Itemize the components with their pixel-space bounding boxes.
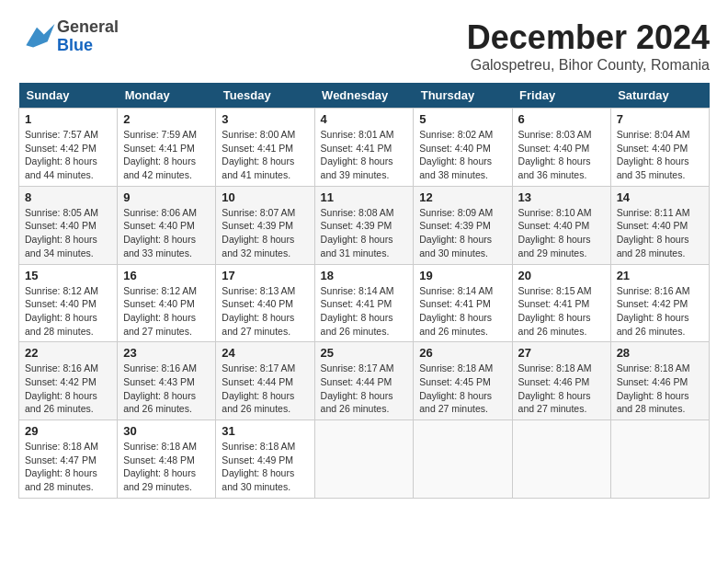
day-info: Sunrise: 8:14 AMSunset: 4:41 PMDaylight:…	[419, 284, 506, 339]
day-number: 26	[419, 346, 506, 360]
day-info: Sunrise: 7:59 AMSunset: 4:41 PMDaylight:…	[123, 128, 210, 182]
calendar-cell: 4Sunrise: 8:01 AMSunset: 4:41 PMDaylight…	[314, 109, 414, 187]
day-info: Sunrise: 8:00 AMSunset: 4:41 PMDaylight:…	[222, 128, 308, 182]
day-number: 13	[518, 190, 605, 204]
calendar-cell: 10Sunrise: 8:07 AMSunset: 4:39 PMDayligh…	[216, 186, 314, 264]
day-info: Sunrise: 8:17 AMSunset: 4:44 PMDaylight:…	[321, 362, 408, 416]
day-info: Sunrise: 8:08 AMSunset: 4:39 PMDaylight:…	[321, 206, 408, 260]
calendar-cell: 26Sunrise: 8:18 AMSunset: 4:45 PMDayligh…	[414, 342, 512, 420]
day-number: 8	[25, 190, 111, 204]
col-header-tuesday: Tuesday	[216, 83, 314, 109]
day-info: Sunrise: 8:18 AMSunset: 4:48 PMDaylight:…	[123, 440, 210, 494]
col-header-sunday: Sunday	[19, 83, 118, 109]
calendar-cell: 9Sunrise: 8:06 AMSunset: 4:40 PMDaylight…	[118, 186, 216, 264]
day-number: 18	[321, 269, 408, 282]
calendar-cell: 19Sunrise: 8:14 AMSunset: 4:41 PMDayligh…	[414, 264, 512, 342]
day-number: 1	[25, 112, 111, 126]
day-info: Sunrise: 8:07 AMSunset: 4:39 PMDaylight:…	[222, 206, 308, 260]
calendar-header-row: SundayMondayTuesdayWednesdayThursdayFrid…	[19, 83, 710, 109]
day-info: Sunrise: 8:12 AMSunset: 4:40 PMDaylight:…	[25, 284, 111, 339]
calendar-cell: 11Sunrise: 8:08 AMSunset: 4:39 PMDayligh…	[314, 186, 414, 264]
calendar-cell: 1Sunrise: 7:57 AMSunset: 4:42 PMDaylight…	[19, 109, 118, 187]
day-info: Sunrise: 8:18 AMSunset: 4:46 PMDaylight:…	[518, 362, 605, 416]
day-number: 25	[321, 346, 408, 360]
day-number: 29	[25, 424, 111, 438]
day-number: 24	[222, 346, 308, 360]
day-info: Sunrise: 8:16 AMSunset: 4:42 PMDaylight:…	[617, 284, 703, 339]
day-number: 21	[617, 269, 703, 282]
day-info: Sunrise: 8:14 AMSunset: 4:41 PMDaylight:…	[321, 284, 408, 339]
calendar-cell: 17Sunrise: 8:13 AMSunset: 4:40 PMDayligh…	[216, 264, 314, 342]
header: General Blue December 2024 Galospetreu, …	[18, 18, 710, 74]
day-number: 27	[518, 346, 605, 360]
day-info: Sunrise: 8:18 AMSunset: 4:47 PMDaylight:…	[25, 440, 111, 494]
calendar-cell: 23Sunrise: 8:16 AMSunset: 4:43 PMDayligh…	[118, 342, 216, 420]
day-number: 2	[123, 112, 210, 126]
col-header-thursday: Thursday	[414, 83, 512, 109]
calendar-week-row: 8Sunrise: 8:05 AMSunset: 4:40 PMDaylight…	[19, 186, 710, 264]
month-title: December 2024	[467, 18, 710, 57]
calendar-table: SundayMondayTuesdayWednesdayThursdayFrid…	[18, 83, 710, 499]
day-number: 7	[617, 112, 703, 126]
col-header-saturday: Saturday	[610, 83, 709, 109]
day-info: Sunrise: 8:18 AMSunset: 4:45 PMDaylight:…	[419, 362, 506, 416]
calendar-cell: 13Sunrise: 8:10 AMSunset: 4:40 PMDayligh…	[512, 186, 610, 264]
day-info: Sunrise: 8:05 AMSunset: 4:40 PMDaylight:…	[25, 206, 111, 260]
logo-general-text: General	[57, 18, 119, 37]
day-number: 17	[222, 269, 308, 282]
calendar-cell: 28Sunrise: 8:18 AMSunset: 4:46 PMDayligh…	[610, 342, 709, 420]
calendar-cell: 21Sunrise: 8:16 AMSunset: 4:42 PMDayligh…	[610, 264, 709, 342]
calendar-cell: 30Sunrise: 8:18 AMSunset: 4:48 PMDayligh…	[118, 420, 216, 499]
logo-bird-icon	[18, 20, 55, 52]
day-number: 14	[617, 190, 703, 204]
day-number: 12	[419, 190, 506, 204]
calendar-cell: 6Sunrise: 8:03 AMSunset: 4:40 PMDaylight…	[512, 109, 610, 187]
day-number: 5	[419, 112, 506, 126]
day-info: Sunrise: 8:06 AMSunset: 4:40 PMDaylight:…	[123, 206, 210, 260]
calendar-cell: 18Sunrise: 8:14 AMSunset: 4:41 PMDayligh…	[314, 264, 414, 342]
calendar-cell: 24Sunrise: 8:17 AMSunset: 4:44 PMDayligh…	[216, 342, 314, 420]
calendar-week-row: 22Sunrise: 8:16 AMSunset: 4:42 PMDayligh…	[19, 342, 710, 420]
day-info: Sunrise: 8:12 AMSunset: 4:40 PMDaylight:…	[123, 284, 210, 339]
calendar-cell: 22Sunrise: 8:16 AMSunset: 4:42 PMDayligh…	[19, 342, 118, 420]
calendar-week-row: 29Sunrise: 8:18 AMSunset: 4:47 PMDayligh…	[19, 420, 710, 499]
calendar-cell	[414, 420, 512, 499]
day-number: 22	[25, 346, 111, 360]
calendar-cell: 27Sunrise: 8:18 AMSunset: 4:46 PMDayligh…	[512, 342, 610, 420]
calendar-cell	[314, 420, 414, 499]
day-number: 3	[222, 112, 308, 126]
day-number: 23	[123, 346, 210, 360]
calendar-cell: 15Sunrise: 8:12 AMSunset: 4:40 PMDayligh…	[19, 264, 118, 342]
calendar-cell: 5Sunrise: 8:02 AMSunset: 4:40 PMDaylight…	[414, 109, 512, 187]
day-info: Sunrise: 8:18 AMSunset: 4:49 PMDaylight:…	[222, 440, 308, 494]
col-header-monday: Monday	[118, 83, 216, 109]
day-info: Sunrise: 8:11 AMSunset: 4:40 PMDaylight:…	[617, 206, 703, 260]
day-info: Sunrise: 8:04 AMSunset: 4:40 PMDaylight:…	[617, 128, 703, 182]
day-number: 4	[321, 112, 408, 126]
calendar-cell: 8Sunrise: 8:05 AMSunset: 4:40 PMDaylight…	[19, 186, 118, 264]
day-number: 19	[419, 269, 506, 282]
day-info: Sunrise: 8:13 AMSunset: 4:40 PMDaylight:…	[222, 284, 308, 339]
day-number: 30	[123, 424, 210, 438]
calendar-cell	[512, 420, 610, 499]
logo-brand: General Blue	[57, 18, 119, 55]
day-number: 6	[518, 112, 605, 126]
calendar-cell: 31Sunrise: 8:18 AMSunset: 4:49 PMDayligh…	[216, 420, 314, 499]
calendar-cell: 25Sunrise: 8:17 AMSunset: 4:44 PMDayligh…	[314, 342, 414, 420]
day-info: Sunrise: 8:10 AMSunset: 4:40 PMDaylight:…	[518, 206, 605, 260]
day-number: 10	[222, 190, 308, 204]
day-info: Sunrise: 8:01 AMSunset: 4:41 PMDaylight:…	[321, 128, 408, 182]
calendar-cell: 29Sunrise: 8:18 AMSunset: 4:47 PMDayligh…	[19, 420, 118, 499]
day-info: Sunrise: 7:57 AMSunset: 4:42 PMDaylight:…	[25, 128, 111, 182]
day-number: 16	[123, 269, 210, 282]
title-area: December 2024 Galospetreu, Bihor County,…	[467, 18, 710, 74]
calendar-week-row: 1Sunrise: 7:57 AMSunset: 4:42 PMDaylight…	[19, 109, 710, 187]
day-info: Sunrise: 8:15 AMSunset: 4:41 PMDaylight:…	[518, 284, 605, 339]
day-info: Sunrise: 8:09 AMSunset: 4:39 PMDaylight:…	[419, 206, 506, 260]
calendar-cell: 3Sunrise: 8:00 AMSunset: 4:41 PMDaylight…	[216, 109, 314, 187]
day-info: Sunrise: 8:17 AMSunset: 4:44 PMDaylight:…	[222, 362, 308, 416]
svg-marker-0	[26, 24, 54, 48]
day-number: 20	[518, 269, 605, 282]
day-number: 9	[123, 190, 210, 204]
logo: General Blue	[18, 18, 119, 55]
